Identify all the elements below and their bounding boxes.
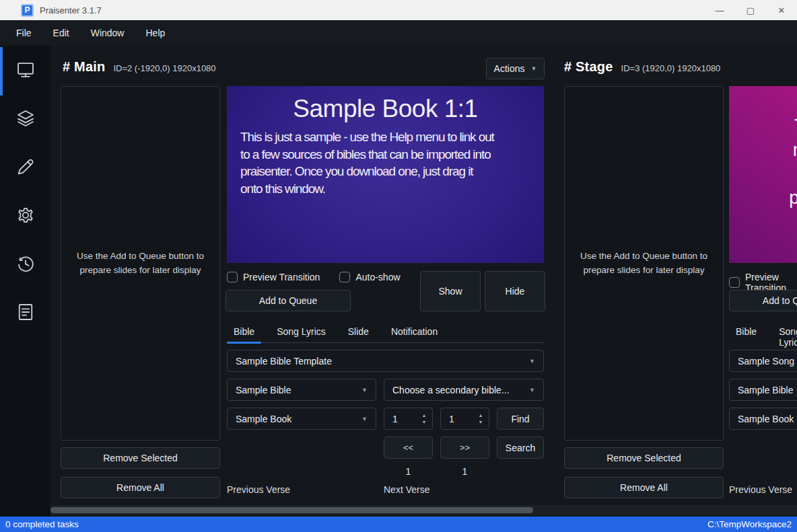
tasks-icon [15,302,36,322]
app-logo-icon: P [21,4,34,17]
scrollbar-thumb[interactable] [50,507,533,513]
menu-file[interactable]: File [5,22,42,44]
active-tab-indicator [0,47,3,96]
queue-placeholder-text: Use the Add to Queue button to prepare s… [567,250,721,278]
search-button[interactable]: Search [497,436,544,459]
spin-up-icon[interactable]: ▲ [479,413,483,418]
menu-help[interactable]: Help [135,22,176,44]
stage-display-meta: ID=3 (1920,0) 1920x1080 [621,63,721,73]
main-remove-selected-button[interactable]: Remove Selected [61,447,220,469]
sidebar-item-history[interactable] [0,239,50,288]
main-display-title: # Main [63,59,105,75]
stage-template-select[interactable]: Sample Song Template [729,350,797,372]
main-display-meta: ID=2 (-1920,0) 1920x1080 [113,63,215,73]
stage-primary-bible-select[interactable]: Sample Bible [729,379,797,401]
sidebar-item-library[interactable] [0,94,50,143]
main-bible-template-select[interactable]: Sample Bible Template▼ [227,350,544,372]
praisenter-window: P Praisenter 3.1.7 — ▢ ✕ File Edit Windo… [0,0,797,532]
sidebar-item-present[interactable] [0,46,50,94]
tab-song-lyrics[interactable]: Song Lyrics [270,321,333,342]
main-slide-preview[interactable]: Sample Book 1:1 This is just a sample - … [227,86,544,263]
main-preview-options: Preview Transition Auto-show [227,272,401,282]
layers-icon [15,108,36,128]
stage-remove-selected-button[interactable]: Remove Selected [564,447,724,469]
horizontal-scrollbar[interactable] [50,505,797,515]
stage-slide-preview[interactable]: This is just a sample - use the Help men… [729,86,797,263]
main-book-select[interactable]: Sample Book▼ [227,408,376,430]
tab-bible[interactable]: Bible [227,321,261,342]
minimize-button[interactable]: — [704,0,735,20]
completed-tasks-status: 0 completed tasks [5,519,79,529]
show-button[interactable]: Show [420,271,481,311]
hide-button[interactable]: Hide [485,271,545,311]
stage-content-tabs: Bible Song Lyrics [729,321,797,354]
chevron-down-icon: ▼ [531,65,537,72]
spin-down-icon[interactable]: ▼ [479,420,483,424]
stage-display-title: # Stage [564,59,613,75]
auto-show-checkbox[interactable] [339,272,350,282]
main-remove-all-button[interactable]: Remove All [61,477,220,498]
chevron-down-icon: ▼ [361,416,368,422]
spin-down-icon[interactable]: ▼ [422,420,427,424]
menubar: File Edit Window Help [0,20,797,46]
chevron-down-icon: ▼ [361,387,368,393]
window-title: Praisenter 3.1.7 [40,5,102,15]
sidebar [0,46,50,517]
tab-bible[interactable]: Bible [729,321,763,353]
queue-placeholder-text: Use the Add to Queue button to prepare s… [64,250,217,278]
edit-icon [15,157,36,177]
maximize-button[interactable]: ▢ [735,0,766,20]
sidebar-item-tasks[interactable] [0,288,50,336]
next-verse-button[interactable]: >> [440,436,489,459]
stage-display-header: # Stage ID=3 (1920,0) 1920x1080 [564,59,720,75]
previous-verse-number: 1 [384,466,433,477]
sidebar-item-editor[interactable] [0,143,50,191]
next-verse-label: Next Verse [384,484,429,495]
chevron-down-icon: ▼ [529,387,535,393]
titlebar: P Praisenter 3.1.7 — ▢ ✕ [0,0,797,20]
find-button[interactable]: Find [497,408,544,430]
window-controls: — ▢ ✕ [704,0,797,20]
stage-add-to-queue-button[interactable]: Add to Queue [729,290,797,311]
preview-transition-checkbox[interactable] [227,272,238,282]
previous-verse-label: Previous Verse [729,484,792,495]
workspace-path: C:\TempWorkspace2 [707,519,792,529]
slide-body: This is just a sample - use the Help men… [789,114,797,234]
next-verse-number: 1 [440,466,489,477]
preview-transition-checkbox[interactable] [729,277,740,288]
previous-verse-label: Previous Verse [227,484,290,495]
tab-song-lyrics[interactable]: Song Lyrics [772,321,797,353]
display-icon [15,60,36,80]
sidebar-item-settings[interactable] [0,191,50,239]
main-primary-bible-select[interactable]: Sample Bible▼ [227,379,376,401]
slide-body: This is just a sample - use the Help men… [240,128,532,198]
menu-window[interactable]: Window [80,22,135,44]
chevron-down-icon: ▼ [529,358,535,365]
auto-show-label: Auto-show [355,272,400,282]
history-icon [15,254,36,274]
main-add-to-queue-button[interactable]: Add to Queue [226,290,351,311]
main-secondary-bible-select[interactable]: Choose a secondary bible...▼ [384,379,544,401]
slide-title: Sample Book 1:1 [227,95,544,123]
actions-button[interactable]: Actions ▼ [486,58,545,79]
menu-edit[interactable]: Edit [42,22,80,44]
settings-icon [15,205,36,225]
statusbar: 0 completed tasks C:\TempWorkspace2 [0,517,797,532]
verse-spinner[interactable]: 1 ▲▼ [440,408,489,430]
tab-slide[interactable]: Slide [341,321,376,342]
chapter-spinner[interactable]: 1 ▲▼ [384,408,433,430]
stage-slide-queue[interactable]: Use the Add to Queue button to prepare s… [564,86,724,441]
main-display-header: # Main ID=2 (-1920,0) 1920x1080 [63,59,216,75]
main-slide-queue[interactable]: Use the Add to Queue button to prepare s… [61,86,220,441]
previous-verse-button[interactable]: << [384,436,433,459]
close-button[interactable]: ✕ [766,0,797,20]
spin-up-icon[interactable]: ▲ [422,413,427,418]
stage-book-select[interactable]: Sample Book [729,408,797,430]
preview-transition-label: Preview Transition [243,272,320,282]
main-content-tabs: Bible Song Lyrics Slide Notification [227,321,544,343]
tab-notification[interactable]: Notification [384,321,444,342]
stage-remove-all-button[interactable]: Remove All [564,477,724,498]
